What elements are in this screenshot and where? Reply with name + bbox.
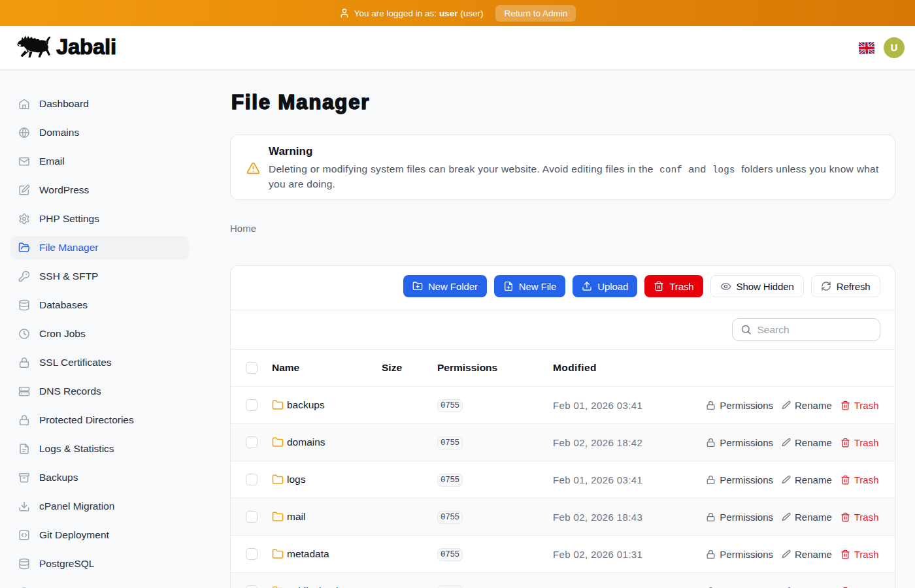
svg-text:Jabali: Jabali [56,35,116,59]
svg-text:File Manager: File Manager [231,91,370,114]
svg-text:U: U [891,42,897,53]
